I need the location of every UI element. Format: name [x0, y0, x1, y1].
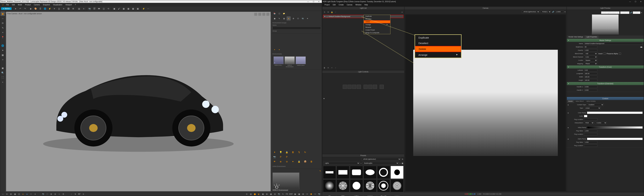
interp-a-select[interactable]: RGB — [584, 121, 594, 124]
menu-product[interactable]: Product — [24, 3, 32, 6]
vtool-fit-icon[interactable]: ⛶ — [0, 75, 5, 80]
atab-6-icon[interactable]: ➕ — [296, 16, 300, 20]
ico-2[interactable]: 💡 — [279, 150, 283, 154]
tool-list-icon[interactable]: ☰ — [38, 7, 42, 10]
env-thumb-0[interactable]: ☀ HDRLS Env... — [274, 56, 284, 67]
sb-12-icon[interactable]: ⊞ — [50, 193, 53, 196]
sb-32-icon[interactable]: ▣ — [293, 193, 297, 196]
vtool-snap-icon[interactable]: ⌖ — [0, 30, 5, 35]
sb-8-icon[interactable]: + — [29, 193, 33, 196]
eye-icon[interactable]: 👁 — [324, 15, 326, 17]
tool-more-icon[interactable]: ⋯ — [146, 7, 150, 10]
tool-pointer-icon[interactable]: ➤ — [14, 7, 18, 10]
sb-19-icon[interactable]: ⊙ — [82, 193, 85, 196]
minimize-button[interactable]: — — [306, 0, 310, 3]
expand-icon[interactable] — [266, 13, 269, 16]
preset-thumb[interactable] — [364, 166, 376, 179]
sb-30-icon[interactable]: FX — [285, 193, 289, 196]
sb-29-icon[interactable]: ↻ — [281, 193, 284, 196]
preset-thumb[interactable] — [323, 180, 336, 192]
ctx-rename[interactable]: Rename — [364, 26, 390, 29]
menu-visualization[interactable]: Visualization — [52, 3, 64, 6]
atab-2-icon[interactable]: ✎ — [277, 16, 281, 20]
active-env-thumb[interactable] — [272, 173, 299, 189]
env-thumb-1[interactable]: HDRLS Environment — [284, 56, 295, 67]
menu-help[interactable]: Help — [363, 3, 369, 6]
menu-viewport[interactable]: Viewport — [64, 3, 73, 6]
brightness-slider-icon[interactable]: ◀▶ — [640, 46, 643, 48]
ptab-folder-icon[interactable]: 📁 — [282, 11, 286, 15]
sb-23-icon[interactable]: ◐ — [257, 193, 260, 196]
sb-34-icon[interactable]: ⊠ — [301, 193, 305, 196]
name-field[interactable] — [272, 27, 321, 29]
vtool-plus-icon[interactable]: + — [0, 80, 5, 84]
sb-11-icon[interactable]: ⬚ — [46, 193, 49, 196]
menu-mode[interactable]: Mode — [16, 3, 23, 6]
preset-grid-icon[interactable]: ▦ — [402, 162, 403, 164]
interp-b-select[interactable]: Cosine — [595, 121, 607, 124]
subtab-valueblend[interactable]: Value Blend — [574, 100, 585, 103]
transform-ext-header[interactable]: ▼Transform (Extended) — [567, 82, 644, 85]
menu-info[interactable]: ℹ — [1, 3, 4, 6]
ll-lock-icon[interactable]: 🔒 — [330, 10, 334, 13]
menu-window[interactable]: Window — [354, 3, 363, 6]
lp-menu-icon[interactable]: ≡ — [641, 12, 642, 13]
opacity-field[interactable] — [584, 49, 598, 51]
sb-3-icon[interactable]: ⊠ — [9, 193, 12, 196]
proptab-lightprops[interactable]: Light Properties — [585, 35, 598, 39]
color-swatch[interactable] — [584, 115, 587, 117]
tool-undo-icon[interactable]: ↶ — [18, 7, 22, 10]
sb-13-icon[interactable]: ⊟ — [54, 193, 57, 196]
ctl-7-icon[interactable] — [373, 85, 377, 89]
ctx-merge[interactable]: Merge To Composite — [364, 31, 390, 34]
preset-thumb[interactable] — [377, 166, 390, 179]
sb-5-icon[interactable]: ◫ — [17, 193, 21, 196]
preset-thumb[interactable] — [390, 180, 404, 192]
ll-menu-icon[interactable]: ▾ — [400, 10, 404, 13]
canvas-menu-icon[interactable]: ≡ — [564, 11, 566, 13]
vtool-global-icon[interactable]: 🌐 — [0, 43, 5, 48]
tool-redo-icon[interactable]: ↷ — [23, 7, 27, 10]
vtool-axis-icon[interactable]: ✦ — [0, 48, 5, 52]
ctl-3-icon[interactable] — [352, 85, 356, 89]
tool-layers-icon[interactable]: ▤ — [77, 7, 81, 10]
sb-38-icon[interactable]: 📷 — [318, 193, 321, 196]
subtab-master[interactable]: Master — [567, 100, 574, 103]
grid-icon[interactable] — [258, 13, 261, 16]
lp-val-field[interactable] — [633, 11, 640, 14]
tool-activate-icon[interactable]: ⚡ — [142, 7, 146, 10]
tool-cube-icon[interactable]: ◫ — [102, 7, 106, 10]
sb-1-icon[interactable]: ⊥ — [1, 193, 4, 196]
sb-10-icon[interactable]: 📷 — [42, 193, 45, 196]
ico-10[interactable]: 👁 — [272, 160, 276, 164]
atab-3-icon[interactable]: ▤ — [282, 16, 286, 20]
ctx-delete[interactable]: Delete — [364, 20, 390, 23]
ico-14[interactable]: 🔒 — [297, 160, 301, 164]
sb-36-icon[interactable]: ⬢ — [310, 193, 313, 196]
sb-31-icon[interactable]: DOF — [289, 193, 293, 196]
tool-plane-icon[interactable]: ✈ — [62, 7, 66, 10]
preset-thumb[interactable] — [377, 180, 390, 192]
vtool-rotate-icon[interactable]: ⟳ — [0, 21, 5, 25]
ico-12[interactable]: ⊖ — [285, 160, 289, 164]
pegval-field[interactable] — [584, 130, 598, 132]
menu-snapshot[interactable]: Snapshot — [42, 3, 51, 6]
lp-cs-select[interactable]: sRGB (rgbMonitor) — [601, 11, 620, 14]
minimize-button[interactable]: — — [628, 0, 632, 3]
ll-del-icon[interactable]: 🗑 — [323, 66, 326, 69]
tool-gear-icon[interactable]: ⚙ — [71, 7, 75, 10]
alpha-ramp[interactable] — [587, 138, 643, 140]
sb-2-icon[interactable]: ⊡ — [5, 193, 8, 196]
ll-add-icon[interactable]: + — [330, 66, 334, 69]
ctx-duplicate[interactable]: Duplicate — [364, 15, 390, 17]
ctl-2-icon[interactable] — [348, 85, 352, 89]
sb-16-icon[interactable]: ↕ — [70, 193, 73, 196]
tool-snap2-icon[interactable]: ▦ — [126, 7, 130, 10]
ico-4[interactable]: 🗑 — [291, 150, 295, 154]
light-row-selected[interactable]: 👁 ▢ Default Gradient Background Duplicat… — [323, 15, 404, 18]
matter-button[interactable]: ✦Matter — [1, 7, 12, 10]
hud-icon[interactable] — [262, 13, 265, 16]
ico-8[interactable]: P — [279, 155, 283, 159]
vtool-pin-icon[interactable]: 📍 — [0, 35, 5, 39]
tool-globe-icon[interactable]: 🌐 — [43, 7, 47, 10]
